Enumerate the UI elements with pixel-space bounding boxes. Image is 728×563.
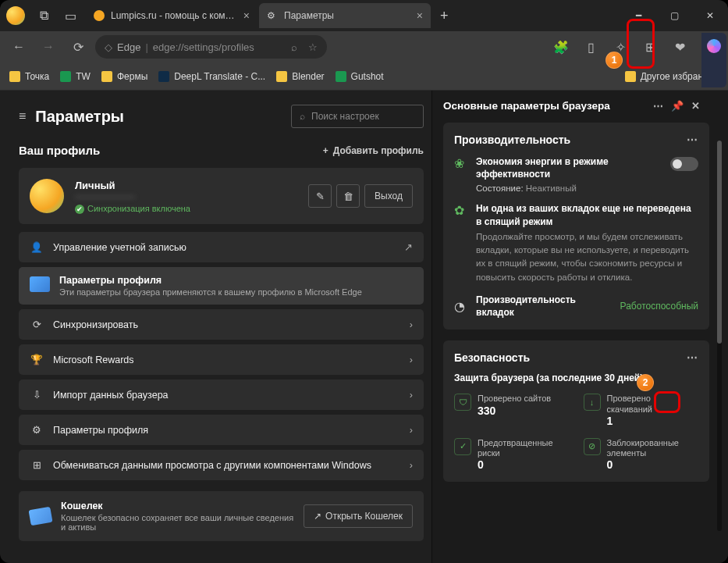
reader-icon[interactable]: ▯ xyxy=(578,34,603,59)
browser-essentials-icon[interactable]: ❤ xyxy=(667,34,692,59)
person-gear-icon: ⚙ xyxy=(30,424,44,436)
sec-title: Безопасность xyxy=(454,351,530,364)
profile-params-card: Параметры профиля Эти параметры браузера… xyxy=(19,267,424,305)
scrollbar-thumb[interactable] xyxy=(717,141,722,344)
bookmark-blender[interactable]: Blender xyxy=(276,71,324,82)
vertical-tabs-icon[interactable]: ▭ xyxy=(59,5,81,27)
import-row[interactable]: ⇩Импорт данных браузера› xyxy=(19,379,424,410)
extensions-icon[interactable]: 🧩 xyxy=(549,34,574,59)
gear-icon: ⚙ xyxy=(267,10,278,21)
tab-settings[interactable]: ⚙ Параметры × xyxy=(259,3,431,28)
profile-settings-row[interactable]: ⚙Параметры профиля› xyxy=(19,415,424,445)
chevron-right-icon: › xyxy=(410,390,413,401)
annotation-number-2: 2 xyxy=(637,374,654,391)
sheet-icon xyxy=(60,71,71,82)
essentials-panel: Основные параметры браузера ⋯ 📌 ✕ Произв… xyxy=(431,91,728,563)
folder-icon xyxy=(101,71,112,82)
block-icon: ⊘ xyxy=(584,438,601,455)
bookmark-deepl[interactable]: DeepL Translate - С... xyxy=(158,71,265,82)
id-card-icon xyxy=(30,276,50,292)
security-card: Безопасность⋯ Защита браузера (за послед… xyxy=(443,340,709,482)
leaf-icon: ✿ xyxy=(454,203,468,217)
sheet-icon xyxy=(336,71,346,82)
tab-actions-icon[interactable]: ⧉ xyxy=(33,5,55,27)
download-icon: ↓ xyxy=(584,394,601,411)
panel-more-icon[interactable]: ⋯ xyxy=(653,100,663,112)
perf-more-icon[interactable]: ⋯ xyxy=(687,134,698,146)
close-window-button[interactable]: ✕ xyxy=(692,0,728,31)
sync-icon: ⟳ xyxy=(30,319,44,330)
chevron-right-icon: › xyxy=(410,425,413,436)
profile-card: Личный ——————— Синхронизация включена ✎ … xyxy=(19,168,424,224)
hamburger-icon[interactable]: ≡ xyxy=(19,109,26,123)
search-icon[interactable]: ⌕ xyxy=(291,41,297,53)
open-wallet-button[interactable]: ↗Открыть Кошелек xyxy=(304,504,413,528)
chevron-right-icon: › xyxy=(410,355,413,365)
title-bar: ⧉ ▭ Lumpics.ru - помощь с компью... × ⚙ … xyxy=(0,0,728,31)
content: ≡ Параметры ⌕ Поиск настроек Ваш профиль… xyxy=(0,91,728,563)
address-bar[interactable]: ◇ Edge | edge://settings/profiles ⌕ ☆ xyxy=(95,35,327,59)
rewards-row[interactable]: 🏆Microsoft Rewards› xyxy=(19,344,424,375)
annotation-number-1: 1 xyxy=(605,52,623,69)
external-icon: ↗ xyxy=(404,241,413,253)
tab-title: Lumpics.ru - помощь с компью... xyxy=(111,10,237,21)
delete-profile-button[interactable]: 🗑 xyxy=(336,184,360,208)
logout-button[interactable]: Выход xyxy=(364,184,413,208)
profile-params-title: Параметры профиля xyxy=(59,275,362,286)
check-shield-icon: ✓ xyxy=(454,438,471,455)
back-button[interactable]: ← xyxy=(6,34,31,59)
folder-icon xyxy=(9,71,20,82)
leaf-icon: ❀ xyxy=(454,156,468,170)
scrollbar[interactable] xyxy=(717,141,722,531)
edit-profile-button[interactable]: ✎ xyxy=(308,184,332,208)
sync-row[interactable]: ⟳Синхронизировать› xyxy=(19,309,424,340)
sec-downloads: ↓Проверено скачиваний1 xyxy=(584,394,699,426)
close-icon[interactable]: × xyxy=(417,9,423,22)
bookmark-gutshot[interactable]: Gutshot xyxy=(336,71,384,82)
sec-more-icon[interactable]: ⋯ xyxy=(687,351,698,364)
collections-icon[interactable]: ⊞ xyxy=(637,34,662,59)
external-icon: ↗ xyxy=(314,511,321,522)
star-icon[interactable]: ☆ xyxy=(308,41,318,53)
page-title: Параметры xyxy=(35,108,124,126)
avatar xyxy=(30,179,64,213)
share-data-row[interactable]: ⊞Обмениваться данными просмотра с другим… xyxy=(19,450,424,480)
folder-icon xyxy=(276,71,287,82)
reload-button[interactable]: ⟳ xyxy=(66,34,91,59)
new-tab-button[interactable]: + xyxy=(432,8,456,24)
window-controls: ━ ▢ ✕ xyxy=(620,0,728,31)
forward-button: → xyxy=(36,34,61,59)
search-icon: ⌕ xyxy=(300,111,305,122)
tab-lumpics[interactable]: Lumpics.ru - помощь с компью... × xyxy=(86,3,257,28)
import-icon: ⇩ xyxy=(30,389,44,401)
wallet-icon xyxy=(28,507,52,526)
settings-pane: ≡ Параметры ⌕ Поиск настроек Ваш профиль… xyxy=(0,91,431,563)
close-panel-icon[interactable]: ✕ xyxy=(691,100,700,112)
search-input[interactable]: ⌕ Поиск настроек xyxy=(291,105,424,128)
deepl-icon xyxy=(158,71,169,82)
manage-account-row[interactable]: 👤 Управление учетной записью ↗ xyxy=(19,232,424,262)
tabs-desc: Продолжайте просмотр, и мы будем отслежи… xyxy=(476,230,698,284)
pin-icon[interactable]: 📌 xyxy=(671,100,684,112)
tab-perf-label: Производительность вкладок xyxy=(476,294,613,319)
person-icon: 👤 xyxy=(30,241,44,253)
maximize-button[interactable]: ▢ xyxy=(656,0,692,31)
folder-icon xyxy=(625,71,636,82)
add-profile-button[interactable]: +Добавить профиль xyxy=(323,145,424,156)
bookmark-fermy[interactable]: Фермы xyxy=(101,71,147,82)
wallet-title: Кошелек xyxy=(61,501,294,511)
tab-title: Параметры xyxy=(284,10,410,21)
copilot-sidebar[interactable] xyxy=(701,33,726,87)
profile-name: Личный xyxy=(75,180,297,191)
bookmark-tw[interactable]: TW xyxy=(60,71,91,82)
sec-subtitle: Защита браузера (за последние 30 дней) xyxy=(454,372,698,384)
minimize-button[interactable]: ━ xyxy=(620,0,656,31)
close-icon[interactable]: × xyxy=(243,9,250,22)
energy-toggle[interactable] xyxy=(670,157,698,171)
gauge-icon: ◔ xyxy=(454,299,468,313)
profile-avatar-icon[interactable] xyxy=(6,6,25,25)
chevron-right-icon: › xyxy=(410,319,413,330)
profile-email: ——————— xyxy=(75,191,297,201)
sec-risks: ✓Предотвращенные риски0 xyxy=(454,438,570,471)
bookmark-tochka[interactable]: Точка xyxy=(9,71,49,82)
